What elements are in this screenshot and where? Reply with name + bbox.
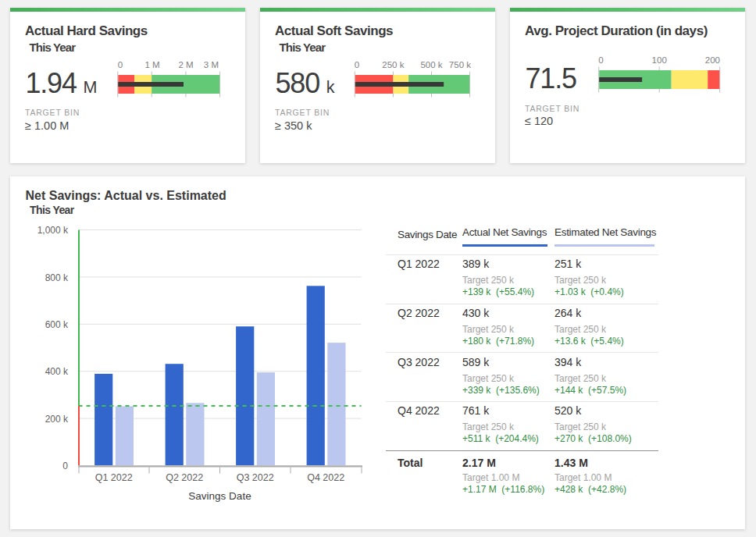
svg-text:800 k: 800 k: [45, 272, 69, 283]
svg-text:Q4 2022: Q4 2022: [307, 472, 344, 483]
svg-text:0: 0: [118, 60, 123, 69]
svg-text:2 M: 2 M: [178, 60, 193, 69]
svg-text:250 k: 250 k: [382, 60, 404, 69]
svg-text:600 k: 600 k: [45, 319, 69, 330]
svg-text:0: 0: [62, 461, 68, 471]
svg-text:1,000 k: 1,000 k: [37, 225, 69, 236]
svg-text:500 k: 500 k: [420, 60, 442, 69]
svg-text:200 k: 200 k: [45, 414, 69, 425]
svg-text:0: 0: [355, 60, 359, 69]
svg-text:200: 200: [705, 55, 720, 65]
svg-text:0: 0: [598, 55, 603, 65]
svg-text:1 M: 1 M: [144, 60, 159, 69]
svg-text:Q1 2022: Q1 2022: [95, 472, 133, 483]
svg-text:Savings Date: Savings Date: [188, 490, 251, 502]
svg-text:Q3 2022: Q3 2022: [237, 472, 274, 483]
svg-text:100: 100: [652, 55, 667, 65]
svg-text:750 k: 750 k: [449, 60, 471, 69]
svg-text:Q2 2022: Q2 2022: [166, 472, 203, 483]
svg-text:400 k: 400 k: [45, 366, 69, 377]
svg-text:3 M: 3 M: [204, 60, 219, 69]
